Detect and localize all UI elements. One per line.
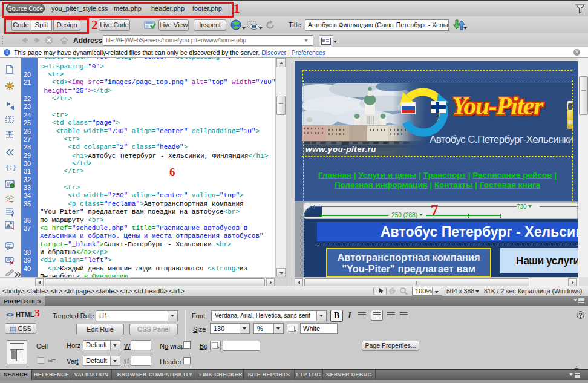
svg-text:{;}: {;} [5, 164, 16, 171]
svg-text:#: # [7, 181, 10, 188]
svg-text:</>: </> [5, 194, 15, 201]
